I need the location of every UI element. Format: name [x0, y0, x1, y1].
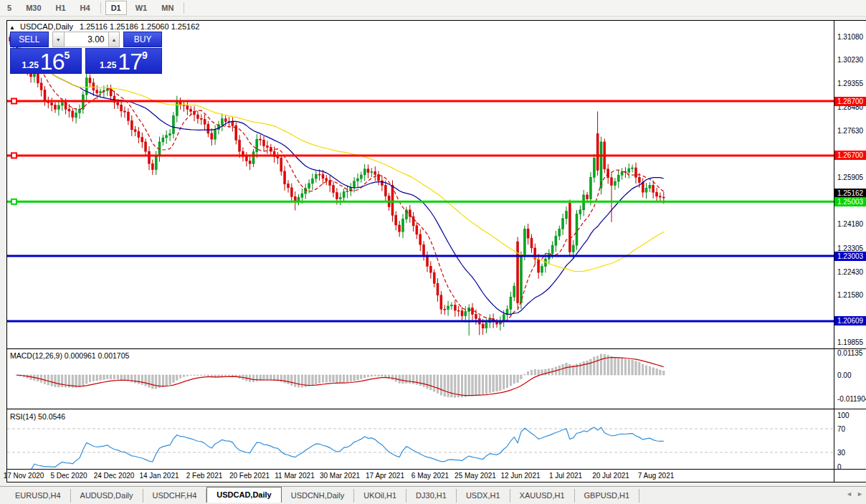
date-axis-label: 17 Nov 2020 [4, 472, 44, 480]
timeframe-button-d1[interactable]: D1 [105, 1, 127, 15]
price-axis-label: 1.22430 [837, 268, 866, 276]
date-axis-label: 7 Aug 2021 [638, 472, 675, 480]
price-axis-label: 1.25905 [837, 173, 866, 181]
rsi-line [17, 427, 664, 469]
toolbar-separator [100, 2, 101, 14]
macd-svg[interactable] [7, 350, 834, 408]
timeframe-button-mn[interactable]: MN [156, 1, 179, 15]
chart-border-left [6, 20, 7, 482]
timeframe-button-h4[interactable]: H4 [75, 1, 96, 15]
macd-histogram [16, 354, 665, 397]
price-badge-1.28700: 1.28700 [834, 97, 866, 106]
chart-tab-bar: EURUSD,H4AUDUSD,DailyUSDCHF,H4USDCAD,Dai… [0, 486, 866, 503]
chart-tab-usdchf[interactable]: USDCHF,H4 [143, 489, 207, 503]
rsi-axis-label: 30 [837, 449, 866, 457]
toolbar-separator [184, 2, 184, 14]
timeframe-button-m30[interactable]: M30 [20, 1, 47, 15]
timeframe-button-h1[interactable]: H1 [50, 1, 72, 15]
price-axis-label: 1.24180 [837, 220, 866, 228]
chart-ohlc-values: 1.25116 1.25186 1.25060 1.25162 [80, 22, 199, 31]
chart-symbol-title: USDCAD,Daily [20, 22, 73, 31]
rsi-svg[interactable] [7, 410, 834, 469]
tab-scroll-right-icon[interactable]: ► [857, 490, 863, 498]
date-axis-label: 20 Jul 2021 [592, 472, 629, 480]
rsi-axis-label: 100 [837, 412, 866, 419]
price-axis-label: 1.30230 [837, 56, 866, 64]
date-axis-label: 24 Dec 2020 [94, 472, 135, 480]
tab-scroll-left-icon[interactable]: ◄ [846, 490, 852, 498]
rsi-axis-label: 70 [837, 425, 866, 433]
sell-price-big: 16 [40, 51, 65, 72]
chart-tab-dj30[interactable]: DJ30,H1 [406, 489, 457, 503]
chart-tab-usdx[interactable]: USDX,H1 [457, 489, 510, 503]
hline-handle[interactable] [11, 199, 16, 204]
chart-tab-eurusd[interactable]: EURUSD,H4 [6, 489, 71, 503]
buy-price-display[interactable]: 1.25 17 9 [85, 48, 162, 74]
date-separator [6, 469, 866, 470]
buy-price-prefix: 1.25 [100, 60, 116, 70]
buy-price-sup: 9 [142, 49, 148, 61]
one-click-trade-panel: SELL ▼ ▲ BUY 1.25 16 5 1.25 17 9 [10, 32, 162, 74]
timeframe-toolbar: 5M30H1H4D1W1MN [0, 0, 866, 16]
price-axis-label: 1.19855 [837, 338, 866, 346]
timeframe-button-5[interactable]: 5 [1, 1, 17, 15]
chart-tab-xauusd[interactable]: XAUUSD,H1 [510, 489, 575, 503]
ma-8-line [17, 45, 664, 322]
price-badge-1.23003: 1.23003 [834, 252, 866, 261]
macd-pane[interactable] [7, 350, 834, 408]
ma-55-line [17, 45, 664, 271]
rsi-pane[interactable] [7, 410, 834, 469]
volume-increase-button[interactable]: ▲ [108, 32, 120, 47]
quote-header: ▲ USDCAD,Daily 1.25116 1.25186 1.25060 1… [9, 22, 199, 31]
date-axis-label: 1 Jul 2021 [549, 472, 582, 480]
macd-label: MACD(12,26,9) 0.000961 0.001705 [10, 351, 129, 360]
chart-border-top [6, 20, 866, 21]
price-axis-label: 1.31080 [837, 33, 866, 41]
sell-price-sup: 5 [64, 49, 70, 61]
rsi-label: RSI(14) 50.0546 [10, 412, 65, 421]
date-axis-label: 25 May 2021 [455, 472, 496, 480]
date-axis-label: 12 Jun 2021 [500, 472, 540, 480]
rsi-separator[interactable] [6, 409, 866, 409]
hline-handle[interactable] [11, 153, 16, 158]
sell-price-display[interactable]: 1.25 16 5 [10, 48, 82, 74]
date-axis-label: 20 Feb 2021 [229, 472, 270, 480]
candlesticks [9, 34, 665, 336]
timeframe-button-w1[interactable]: W1 [130, 1, 153, 15]
chart-tab-ukoil[interactable]: UKOil,H1 [354, 489, 406, 503]
chart-border-bottom [6, 482, 866, 482]
date-axis-label: 14 Jan 2021 [139, 472, 179, 480]
chart-tab-gbpusd[interactable]: GBPUSD,H1 [575, 489, 640, 503]
mt4-window: 5M30H1H4D1W1MN ▲ USDCAD,Daily 1.25116 1.… [0, 0, 866, 504]
date-axis-label: 5 Dec 2020 [50, 472, 87, 480]
sell-price-prefix: 1.25 [22, 60, 38, 70]
date-axis-label: 17 Apr 2021 [366, 472, 404, 480]
buy-price-big: 17 [118, 51, 142, 72]
volume-decrease-button[interactable]: ▼ [52, 32, 65, 47]
rsi-axis-label: 0 [837, 463, 866, 471]
chart-tab-usdcad[interactable]: USDCAD,Daily [206, 487, 281, 503]
hline-handle[interactable] [11, 99, 16, 104]
date-axis-label: 30 Mar 2021 [320, 472, 360, 480]
price-axis-label: 1.29355 [837, 80, 866, 87]
macd-axis-label: 0.01135 [837, 349, 866, 357]
chart-tab-usdcnh[interactable]: USDCNH,Daily [282, 489, 355, 503]
sell-button[interactable]: SELL [10, 32, 49, 47]
chart-tab-audusd[interactable]: AUDUSD,Daily [71, 489, 143, 503]
price-axis-label: 1.21580 [837, 291, 866, 299]
macd-axis-label: 0.00 [837, 371, 866, 379]
ma-21-line [17, 45, 664, 314]
date-axis-label: 11 Mar 2021 [275, 472, 314, 480]
volume-input[interactable] [65, 32, 108, 47]
chart-marker-icon: ▲ [9, 24, 15, 31]
buy-button[interactable]: BUY [123, 32, 162, 47]
price-badge-1.26700: 1.26700 [834, 151, 866, 160]
price-badge-1.25003: 1.25003 [834, 197, 866, 206]
date-axis-label: 6 May 2021 [411, 472, 449, 480]
macd-axis-label: -0.011904 [837, 395, 866, 403]
macd-separator[interactable] [6, 348, 866, 349]
price-badge-1.20609: 1.20609 [834, 316, 866, 325]
price-axis-label: 1.27630 [837, 127, 866, 135]
date-axis-label: 2 Feb 2021 [186, 472, 223, 480]
